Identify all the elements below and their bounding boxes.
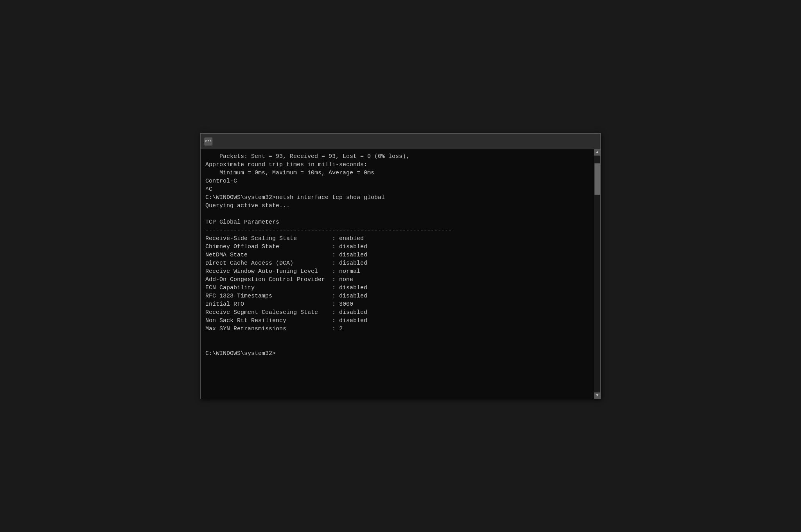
command-prompt-window: C:\ Packets: Sent = 93, Received = 93, L… [200, 133, 601, 399]
close-button[interactable] [578, 135, 596, 148]
scrollbar-thumb[interactable] [594, 163, 600, 195]
maximize-button[interactable] [560, 135, 578, 148]
window-icon-label: C:\ [205, 140, 212, 143]
window-icon: C:\ [205, 138, 212, 145]
terminal-output[interactable]: Packets: Sent = 93, Received = 93, Lost … [201, 149, 594, 399]
minimize-button[interactable] [542, 135, 560, 148]
content-area: Packets: Sent = 93, Received = 93, Lost … [201, 149, 600, 399]
title-bar: C:\ [201, 134, 600, 149]
scrollbar[interactable]: ▲ ▼ [594, 149, 600, 399]
window-controls [542, 135, 596, 148]
scrollbar-down-button[interactable]: ▼ [594, 392, 600, 399]
scrollbar-up-button[interactable]: ▲ [594, 149, 600, 156]
scrollbar-track[interactable] [594, 156, 600, 392]
